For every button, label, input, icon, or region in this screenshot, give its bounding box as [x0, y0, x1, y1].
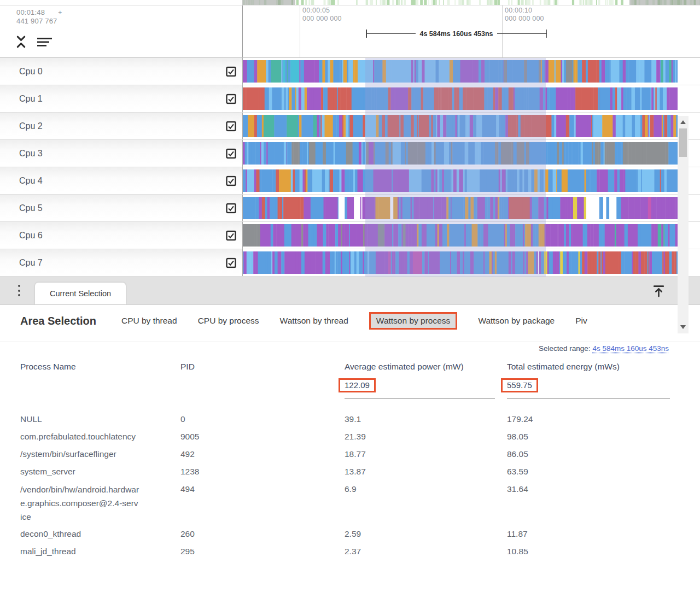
timeline-header: 00:01:48+ 441 907 767 00:00:05000 000 00… — [0, 5, 700, 57]
tracks-scrollbar[interactable] — [678, 116, 689, 333]
panel-header: Area Selection CPU by threadCPU by proce… — [20, 312, 685, 330]
cell-process-name: /vendor/bin/hw/android.hardware.graphics… — [20, 480, 140, 525]
cpu-track-row: Cpu 2 — [0, 113, 700, 140]
scroll-down-arrow[interactable] — [680, 325, 686, 329]
track-checkbox[interactable] — [226, 230, 236, 241]
cpu-track-row: Cpu 6 — [0, 222, 700, 249]
track-slices-canvas[interactable] — [243, 87, 678, 110]
cpu-track-row: Cpu 3 — [0, 140, 700, 167]
track-timeline-area[interactable] — [242, 113, 700, 139]
tab-current-selection[interactable]: Current Selection — [35, 283, 126, 304]
track-shell[interactable]: Cpu 5 — [0, 195, 242, 221]
cursor-nanoseconds: 441 907 767 — [16, 17, 62, 26]
selection-duration-label: 4s 584ms 160us 453ns — [416, 30, 497, 38]
cell-pid: 295 — [180, 543, 345, 560]
divider — [0, 342, 700, 342]
track-timeline-area[interactable] — [242, 58, 700, 85]
track-slices-canvas[interactable] — [243, 115, 678, 137]
cpu-track-row: Cpu 1 — [0, 85, 700, 113]
track-shell[interactable]: Cpu 3 — [0, 140, 242, 167]
ruler-tick-label: 00:00:05000 000 000 — [300, 7, 342, 23]
panel-tab-cpu-by-thread[interactable]: CPU by thread — [121, 316, 177, 326]
track-checkbox[interactable] — [226, 121, 236, 131]
track-shell[interactable]: Cpu 2 — [0, 113, 242, 139]
cell-total-energy: 86.05 — [507, 445, 671, 463]
cursor-time: 00:01:48 — [16, 8, 45, 16]
cell-pid: 494 — [180, 480, 345, 498]
track-timeline-area[interactable] — [242, 167, 700, 194]
table-body: NULL039.1179.24com.prefabulated.touchlat… — [0, 399, 671, 560]
time-ruler[interactable]: 00:00:05000 000 00000:00:10000 000 000 4… — [242, 5, 700, 57]
table-row[interactable]: decon0_kthread2602.5911.87 — [0, 525, 671, 543]
cpu-track-rows: Cpu 0Cpu 1Cpu 2Cpu 3Cpu 4Cpu 5Cpu 6Cpu 7 — [0, 58, 700, 277]
cell-process-name: mali_jd_thread — [20, 543, 180, 560]
scroll-up-arrow[interactable] — [680, 120, 686, 124]
track-label: Cpu 1 — [19, 94, 43, 104]
cell-total-energy: 10.85 — [507, 543, 671, 560]
col-header-process-name: Process Name — [20, 356, 180, 375]
track-timeline-area[interactable] — [242, 140, 700, 167]
cell-process-name: com.prefabulated.touchlatency — [20, 428, 180, 445]
table-row[interactable]: mali_jd_thread2952.3710.85 — [0, 543, 671, 560]
table-row[interactable]: system_server123813.8763.59 — [0, 463, 671, 480]
track-slices-canvas[interactable] — [243, 169, 678, 192]
selected-range-label: Selected range: — [539, 344, 591, 353]
selection-detail-panel: Area Selection CPU by threadCPU by proce… — [0, 305, 700, 610]
track-shell[interactable]: Cpu 4 — [0, 167, 242, 194]
cpu-track-row: Cpu 7 — [0, 249, 700, 277]
track-timeline-area[interactable] — [242, 249, 700, 276]
track-slices-canvas[interactable] — [243, 251, 678, 274]
panel-tab-cpu-by-process[interactable]: CPU by process — [198, 316, 259, 326]
track-checkbox[interactable] — [226, 148, 236, 159]
cpu-track-row: Cpu 5 — [0, 195, 700, 222]
total-energy-highlight: 559.75 — [501, 378, 538, 392]
panel-tab-piv[interactable]: Piv — [575, 316, 587, 326]
track-checkbox[interactable] — [226, 203, 236, 213]
track-timeline-area[interactable] — [242, 222, 700, 249]
track-shell[interactable]: Cpu 6 — [0, 222, 242, 249]
cell-pid: 260 — [180, 525, 345, 543]
cpu-track-row: Cpu 4 — [0, 167, 700, 195]
cell-total-energy: 11.87 — [507, 525, 671, 543]
table-row[interactable]: NULL039.1179.24 — [0, 410, 671, 428]
collapse-tracks-icon[interactable] — [15, 35, 27, 49]
sort-tracks-icon[interactable] — [37, 36, 53, 48]
cpu-track-row: Cpu 0 — [0, 58, 700, 85]
panel-tab-wattson-by-package[interactable]: Wattson by package — [478, 316, 555, 326]
panel-tabs: CPU by threadCPU by processWattson by th… — [121, 312, 587, 330]
track-shell[interactable]: Cpu 7 — [0, 249, 242, 276]
cell-pid: 0 — [180, 410, 345, 428]
track-shell[interactable]: Cpu 0 — [0, 58, 242, 85]
track-shell[interactable]: Cpu 1 — [0, 85, 242, 112]
col-header-total-energy: Total estimated energy (mWs) — [507, 356, 671, 375]
total-power-value: 122.09 — [345, 380, 370, 390]
cell-total-energy: 63.59 — [507, 463, 671, 480]
table-row[interactable]: /vendor/bin/hw/android.hardware.graphics… — [0, 480, 671, 525]
track-label: Cpu 2 — [19, 121, 43, 131]
track-slices-canvas[interactable] — [243, 224, 678, 247]
track-timeline-area[interactable] — [242, 195, 700, 221]
table-row[interactable]: /system/bin/surfaceflinger49218.7786.05 — [0, 445, 671, 463]
selected-range-value[interactable]: 4s 584ms 160us 453ns — [592, 344, 669, 353]
selected-range: Selected range: 4s 584ms 160us 453ns — [539, 344, 669, 353]
total-power-highlight: 122.09 — [339, 378, 376, 392]
table-row[interactable]: com.prefabulated.touchlatency900521.3998… — [0, 428, 671, 445]
dock-to-top-icon[interactable] — [652, 284, 666, 298]
panel-tab-wattson-by-process[interactable]: Wattson by process — [369, 312, 458, 330]
track-label: Cpu 3 — [19, 149, 43, 159]
panel-tab-wattson-by-thread[interactable]: Wattson by thread — [280, 316, 348, 326]
scroll-thumb[interactable] — [679, 128, 687, 157]
track-slices-canvas[interactable] — [243, 60, 678, 83]
trace-overview-minimap[interactable] — [0, 0, 700, 5]
track-timeline-area[interactable] — [242, 85, 700, 112]
cell-total-energy: 31.64 — [507, 480, 671, 498]
track-checkbox[interactable] — [226, 175, 236, 186]
track-checkbox[interactable] — [226, 93, 236, 104]
track-slices-canvas[interactable] — [243, 197, 678, 219]
tab-menu-kebab-icon[interactable] — [18, 285, 20, 299]
bracket-right-tick — [546, 30, 547, 38]
cell-avg-power: 2.59 — [345, 525, 507, 543]
track-slices-canvas[interactable] — [243, 142, 678, 165]
track-checkbox[interactable] — [226, 257, 236, 268]
track-checkbox[interactable] — [226, 66, 236, 77]
